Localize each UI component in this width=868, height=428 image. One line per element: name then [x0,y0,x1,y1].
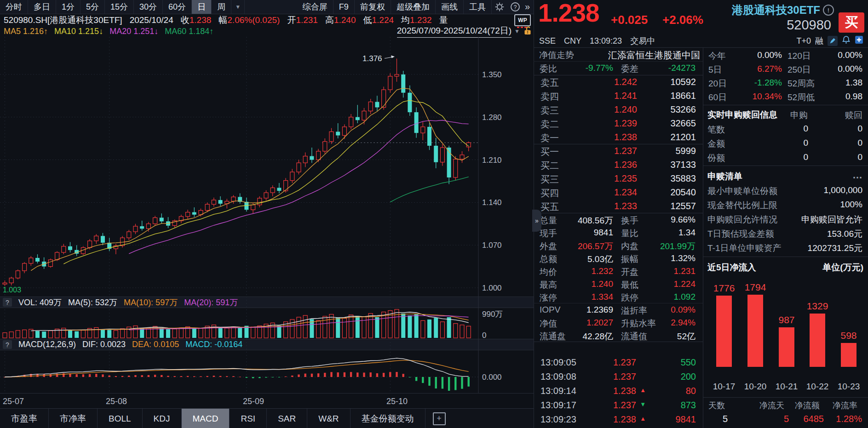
period-tab-1分[interactable]: 1分 [56,0,80,14]
return-label: 52周高 [788,78,815,90]
stat-label: 内盘 [621,240,638,252]
more-icon[interactable]: … [852,169,862,181]
redeem-label: 现金替代比例上限 [707,200,777,211]
help-icon[interactable]: ? [510,1,521,12]
level-volume: 5999 [676,146,696,156]
stat-value: 1.34 [678,228,696,238]
volume-chart[interactable]: 990万0 [0,297,534,339]
tab-基金份额变动[interactable]: 基金份额变动 [351,409,425,428]
alert-bell-icon[interactable] [842,35,851,46]
expand-toolbar-icon[interactable]: » [523,1,534,13]
buy-button[interactable]: 买 [839,12,864,33]
stat-row: 均价1.232开盘1.231 [534,264,703,277]
ask-row[interactable]: 卖四1.24118661 [534,89,703,103]
period-tab-多日[interactable]: 多日 [28,0,56,14]
stat-value: 1.334 [591,292,613,302]
return-label: 5日 [708,64,722,76]
tool-button-综合屏[interactable]: 综合屏 [297,0,333,14]
date-range-selector[interactable]: 2025/07/09-2025/10/24(72日) [397,25,512,38]
field-label: 均 [401,15,410,25]
field-开: 开1.231 [287,14,318,26]
period-tab-分时[interactable]: 分时 [0,0,28,14]
tick-down-arrow-icon: ▼ [640,401,646,408]
tool-button-超级叠加[interactable]: 超级叠加 [391,0,436,14]
period-tab-60分[interactable]: 60分 [163,0,192,14]
svg-text:!: ! [527,30,529,34]
unlock-icon[interactable]: ! [523,25,533,38]
bid-row[interactable]: 买二1.23637133 [534,158,703,171]
wp-widget-icon[interactable]: WP [514,14,531,26]
tool-button-前复权[interactable]: 前复权 [355,0,391,14]
subscription-row: 金额00 [703,136,868,150]
ask-row[interactable]: 卖五1.24210592 [534,75,703,89]
svg-text:1.280: 1.280 [482,113,502,122]
return-row: 5日6.27%250日0.00% [703,62,868,76]
tick-time: 13:09:08 [540,371,576,382]
stat-value: 1.2027 [586,318,613,328]
ask-row[interactable]: 卖三1.24053266 [534,103,703,116]
field-均: 均1.232 [401,14,432,26]
info-icon[interactable]: ! [823,5,834,16]
stat-row: 流通盘42.28亿流通值52亿 [534,329,703,342]
edit-pencil-icon[interactable] [828,36,838,46]
main-candlestick-chart[interactable]: 1.3501.2801.2101.1401.0701.0001.3761.003 [0,37,534,297]
add-watchlist-icon[interactable] [855,35,863,46]
linked-fund-link[interactable]: 汇添富恒生港股通中国 [608,49,700,62]
range-caret-icon[interactable]: ▼ [514,28,520,34]
tab-SAR[interactable]: SAR [267,409,307,428]
svg-text:1.210: 1.210 [482,156,502,165]
stat-row: 总量408.56万换手9.66% [534,213,703,226]
period-tab-日[interactable]: 日 [192,0,212,14]
bid-row[interactable]: 买五1.23312557 [534,199,703,213]
field-label: 幅 [218,15,227,25]
tab-W&R[interactable]: W&R [307,409,350,428]
tool-button-画线[interactable]: 画线 [436,0,464,14]
period-tab-30分[interactable]: 30分 [134,0,163,14]
trading-terminal: 分时多日1分5分15分30分60分日周 ▼ 综合屏F9前复权超级叠加画线工具 ?… [0,0,868,428]
sub-label: 笔数 [707,124,725,136]
tab-市净率[interactable]: 市净率 [49,409,98,428]
tool-button-工具[interactable]: 工具 [464,0,492,14]
flow-summary-value: 1.28% [836,414,862,424]
tab-BOLL[interactable]: BOLL [98,409,143,428]
ma-item-MA60: MA60 1.184↑ [165,27,213,36]
redeem-value: 153.06元 [827,228,862,240]
ohlc-fields: 收1.238幅2.06%(0.025)开1.231高1.240低1.224均1.… [181,14,439,26]
tick-volume: 9841 [676,414,696,425]
svg-text:0.000: 0.000 [482,373,502,382]
stat-value: 9.66% [671,215,696,225]
bid-row[interactable]: 买四1.23420540 [534,185,703,199]
stat-label: 流通盘 [540,331,566,342]
period-tab-15分[interactable]: 15分 [105,0,134,14]
flow-summary-value: 6485 [804,414,824,424]
period-tab-周[interactable]: 周 [212,0,231,14]
tab-市盈率[interactable]: 市盈率 [0,409,49,428]
tab-RSI[interactable]: RSI [230,409,267,428]
redeem-value: 100% [840,200,862,210]
level-price: 1.236 [614,160,637,170]
tool-button-F9[interactable]: F9 [333,0,355,14]
ask-row[interactable]: 卖二1.23932665 [534,116,703,130]
macd-chart[interactable]: 0.000 [0,339,534,393]
stat-label: 最低 [621,279,638,291]
svg-text:1.003: 1.003 [3,286,21,294]
bid-row[interactable]: 买三1.23535883 [534,171,703,185]
bid-row[interactable]: 买一1.2375999 [534,144,703,158]
field-label: 高 [325,15,334,25]
stat-row: 现手9841量比1.34 [534,226,703,239]
settings-gear-icon[interactable] [494,1,505,12]
margin-flag: 融 [815,35,823,46]
more-periods-caret[interactable]: ▼ [231,0,245,14]
period-tab-5分[interactable]: 5分 [80,0,105,14]
stat-label: 总额 [540,253,557,265]
trade-flags: T+0 融 [796,35,863,46]
security-code: 520980 [787,17,831,33]
stat-row: 总额5.03亿振幅1.32% [534,251,703,264]
return-value: 0.00% [757,50,782,60]
ask-row[interactable]: 卖一1.23821201 [534,130,703,144]
tab-KDJ[interactable]: KDJ [143,409,182,428]
nav-tab[interactable]: 净值走势 [539,49,574,61]
add-indicator-icon[interactable]: + [433,412,446,425]
tab-MACD[interactable]: MACD [182,409,230,428]
stat-label: 总量 [540,215,557,227]
